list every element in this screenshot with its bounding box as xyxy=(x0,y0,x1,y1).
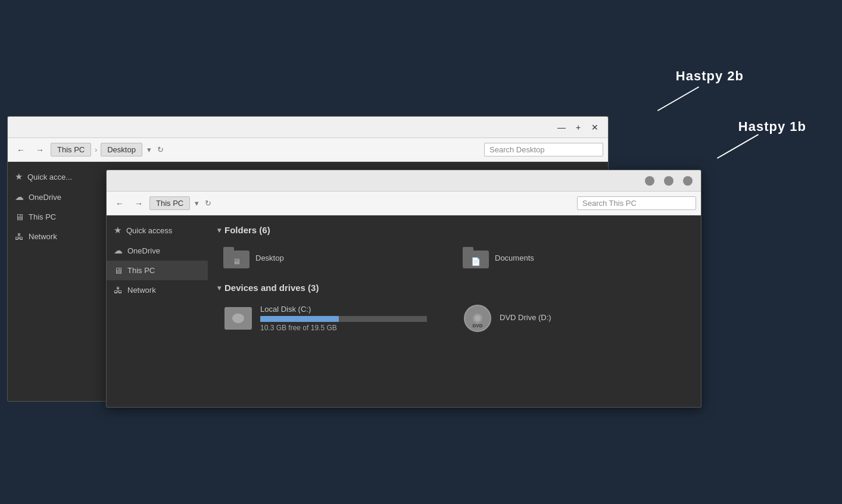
sidebar-item-network[interactable]: 🖧 Network xyxy=(8,227,109,246)
sidebar-label-quickaccess: Quick acce... xyxy=(27,173,72,181)
network-icon: 🖧 xyxy=(15,231,24,242)
toolbar-desktop: ← → This PC › Desktop ▾ ↻ Search Desktop xyxy=(8,138,608,162)
drives-section-header: ▾ Devices and drives (3) xyxy=(217,283,691,293)
breadcrumb-desktop[interactable]: Desktop xyxy=(101,143,142,156)
forward-button-thispc[interactable]: → xyxy=(130,195,147,212)
search-input[interactable]: Search Desktop xyxy=(484,143,603,156)
sidebar-desktop: ★ Quick acce... ☁ OneDrive 🖥 This PC 🖧 N… xyxy=(8,162,109,401)
star-icon-front: ★ xyxy=(114,225,121,236)
sidebar-label-thispc-front: This PC xyxy=(127,266,155,275)
sidebar-item-thispc-front[interactable]: 🖥 This PC xyxy=(107,261,208,280)
sidebar-label-onedrive: OneDrive xyxy=(29,193,61,202)
folder-icon-documents: 📄 xyxy=(463,247,489,268)
sidebar-item-thispc[interactable]: 🖥 This PC xyxy=(8,207,109,227)
annotation-line-2 xyxy=(717,134,759,159)
folders-chevron: ▾ xyxy=(217,226,221,234)
dvd-inner xyxy=(473,314,482,323)
annotation-2: Hastpy 1b xyxy=(738,119,806,134)
drive-name-c: Local Disk (C:) xyxy=(260,305,446,314)
back-button[interactable]: ← xyxy=(13,142,29,158)
sidebar-label-quickaccess-front: Quick access xyxy=(126,226,172,235)
sidebar-item-quickaccess[interactable]: ★ Quick acce... xyxy=(8,167,109,187)
hdd-platter xyxy=(233,314,243,323)
monitor-icon: 🖥 xyxy=(233,257,241,266)
forward-button[interactable]: → xyxy=(32,142,48,158)
folder-body-docs: 📄 xyxy=(463,251,489,268)
drive-name-d: DVD Drive (D:) xyxy=(500,313,685,322)
document-icon: 📄 xyxy=(471,257,481,266)
breadcrumb-thispc[interactable]: This PC xyxy=(51,143,91,156)
titlebar-thispc xyxy=(107,170,701,192)
folder-label-desktop: Desktop xyxy=(255,253,284,262)
folders-section-header: ▾ Folders (6) xyxy=(217,225,691,235)
annotation-1: Hastpy 2b xyxy=(676,68,744,84)
folder-label-documents: Documents xyxy=(495,253,534,262)
sidebar-item-onedrive-front[interactable]: ☁ OneDrive xyxy=(107,240,208,261)
sidebar-label-thispc: This PC xyxy=(29,212,56,221)
computer-icon-front: 🖥 xyxy=(114,265,123,276)
toolbar-thispc: ← → This PC ▾ ↻ Search This PC xyxy=(107,192,701,215)
minimize-button[interactable]: — xyxy=(553,119,570,136)
drives-section-title: Devices and drives (3) xyxy=(224,283,319,293)
drives-grid: Local Disk (C:) 10.3 GB free of 19.5 GB xyxy=(217,300,691,337)
window-thispc: ← → This PC ▾ ↻ Search This PC ★ Quick a… xyxy=(106,170,701,408)
sidebar-item-network-front[interactable]: 🖧 Network xyxy=(107,280,208,300)
refresh-button[interactable]: ↻ xyxy=(157,145,164,154)
drive-bar-container xyxy=(260,316,427,322)
sidebar-thispc: ★ Quick access ☁ OneDrive 🖥 This PC 🖧 Ne… xyxy=(107,215,208,407)
search-container-thispc: Search This PC xyxy=(577,196,696,210)
drive-info-c: Local Disk (C:) 10.3 GB free of 19.5 GB xyxy=(260,305,446,332)
sidebar-label-network: Network xyxy=(29,232,57,241)
network-icon-front: 🖧 xyxy=(114,285,123,295)
cloud-icon-front: ☁ xyxy=(114,245,123,256)
hdd-icon-container xyxy=(223,305,253,331)
search-input-thispc[interactable]: Search This PC xyxy=(577,196,696,210)
folder-icon-desktop: 🖥 xyxy=(223,247,250,268)
dot-btn-3[interactable] xyxy=(683,176,693,186)
folder-item-documents[interactable]: 📄 Documents xyxy=(457,242,691,273)
breadcrumb-dropdown-thispc[interactable]: ▾ xyxy=(195,199,199,208)
dot-btn-2[interactable] xyxy=(664,176,673,186)
drive-size-c: 10.3 GB free of 19.5 GB xyxy=(260,324,446,332)
folder-body: 🖥 xyxy=(223,251,250,268)
drive-item-c[interactable]: Local Disk (C:) 10.3 GB free of 19.5 GB xyxy=(217,300,452,337)
computer-icon: 🖥 xyxy=(15,212,24,222)
cloud-icon: ☁ xyxy=(15,192,24,202)
window-body-thispc: ★ Quick access ☁ OneDrive 🖥 This PC 🖧 Ne… xyxy=(107,215,701,407)
titlebar-desktop: — + ✕ xyxy=(8,117,608,138)
annotation-line-1 xyxy=(657,86,699,111)
sidebar-label-onedrive-front: OneDrive xyxy=(127,246,160,255)
back-button-thispc[interactable]: ← xyxy=(111,195,128,212)
sidebar-item-quickaccess-front[interactable]: ★ Quick access xyxy=(107,220,208,240)
refresh-button-thispc[interactable]: ↻ xyxy=(205,199,211,208)
star-icon: ★ xyxy=(15,171,23,182)
drive-info-d: DVD Drive (D:) xyxy=(500,313,685,324)
main-content-thispc: ▾ Folders (6) 🖥 Desktop xyxy=(208,215,701,407)
breadcrumb-sep: › xyxy=(93,146,98,154)
folders-section-title: Folders (6) xyxy=(224,225,270,235)
drive-bar-fill xyxy=(260,316,339,322)
maximize-button[interactable]: + xyxy=(570,119,587,136)
breadcrumb-dropdown[interactable]: ▾ xyxy=(147,145,151,154)
sidebar-label-network-front: Network xyxy=(127,286,156,295)
sidebar-item-onedrive[interactable]: ☁ OneDrive xyxy=(8,187,109,207)
dot-btn-1[interactable] xyxy=(645,176,654,186)
breadcrumb-thispc-main[interactable]: This PC xyxy=(149,196,190,210)
dvd-icon-container xyxy=(463,305,492,331)
close-button[interactable]: ✕ xyxy=(587,119,603,136)
folders-grid: 🖥 Desktop 📄 Documents xyxy=(217,242,691,273)
search-container: Search Desktop xyxy=(484,143,603,156)
hdd-icon xyxy=(224,307,252,330)
drive-item-d[interactable]: DVD Drive (D:) xyxy=(457,300,691,337)
drives-chevron: ▾ xyxy=(217,284,221,292)
folder-item-desktop[interactable]: 🖥 Desktop xyxy=(217,242,452,273)
dvd-icon xyxy=(464,305,491,332)
